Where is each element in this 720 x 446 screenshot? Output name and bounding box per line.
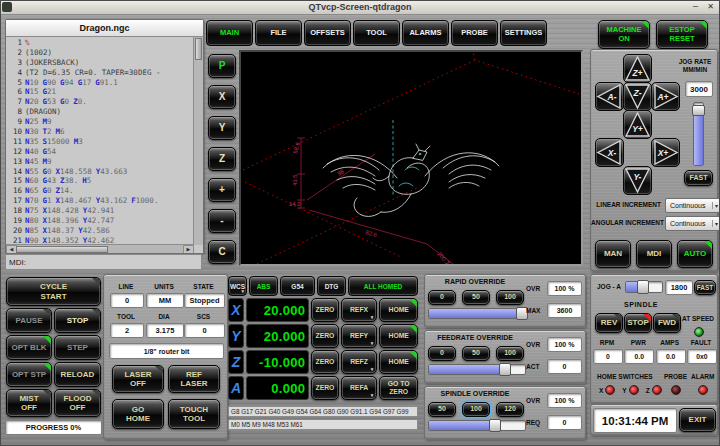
spindle-rev-button[interactable]: REV (595, 313, 623, 333)
flood-button[interactable]: FLOOD OFF (54, 389, 101, 417)
jog-z-minus-button[interactable]: Z- (623, 82, 652, 111)
estop-reset-button[interactable]: ESTOP RESET (656, 20, 708, 49)
ref-x-button[interactable]: REFX▾ (341, 298, 378, 322)
override-slider[interactable] (428, 308, 526, 319)
override-preset-50[interactable]: 50 (462, 290, 490, 305)
override-preset-0[interactable]: 0 (428, 346, 456, 361)
jog-y-plus-button[interactable]: Y+ (623, 110, 652, 139)
stop-button[interactable]: STOP (54, 308, 101, 333)
g54-button[interactable]: G54 (280, 276, 315, 296)
mode-auto-button[interactable]: AUTO (677, 240, 713, 268)
override-preset-100[interactable]: 100 (496, 346, 524, 361)
override-slider[interactable] (428, 420, 526, 431)
jog-a-minus-button[interactable]: A- (595, 82, 624, 111)
jog-rate-value[interactable]: 3000 (685, 81, 713, 97)
view-button-y[interactable]: Y (208, 116, 236, 140)
jog-a-plus-button[interactable]: A+ (651, 82, 680, 111)
spindle-fwd-button[interactable]: FWD (653, 313, 681, 333)
ref-y-button[interactable]: REFY▾ (341, 324, 378, 348)
home-x-button[interactable]: HOME (379, 298, 418, 322)
view-button--[interactable]: - (208, 209, 236, 233)
tab-alarms[interactable]: ALARMS (402, 20, 449, 46)
cycle-start-button[interactable]: CYCLE START (6, 277, 101, 306)
gcode-graphics-preview[interactable]: 58.6 43.5 14.0 98 82.6 200.7 (239, 50, 583, 266)
jog-fast-button[interactable]: FAST (684, 170, 713, 186)
machine-on-button[interactable]: MACHINE ON (598, 20, 650, 49)
jog-y-minus-button[interactable]: Y- (623, 166, 652, 195)
minimize-icon[interactable]: – (693, 0, 698, 13)
override-preset-100[interactable]: 100 (496, 290, 524, 305)
jog-a-slider[interactable] (625, 281, 663, 293)
tab-settings[interactable]: SETTINGS (500, 20, 547, 46)
home-y-button[interactable]: HOME (379, 324, 418, 348)
ref-a-button[interactable]: REFA▾ (341, 376, 378, 400)
view-button-p[interactable]: P (208, 54, 236, 78)
close-icon[interactable]: ✕ (707, 0, 714, 13)
optional-stop-button[interactable]: OPT STP (6, 362, 52, 387)
wcs-button[interactable]: WCS ▾ (228, 276, 247, 296)
override-preset-120[interactable]: 120 (496, 402, 524, 417)
zero-a-button[interactable]: ZERO (311, 376, 338, 400)
jog-z-plus-button[interactable]: Z+ (623, 54, 652, 83)
touch-tool-button[interactable]: TOUCH TOOL (168, 399, 220, 429)
tab-offsets[interactable]: OFFSETS (304, 20, 351, 46)
tab-tool[interactable]: TOOL (353, 20, 400, 46)
override-preset-50[interactable]: 50 (462, 346, 490, 361)
override-preset-50[interactable]: 50 (428, 402, 456, 417)
angular-increment-select[interactable]: Continuous ▾ (665, 216, 720, 231)
ref-z-button[interactable]: REFZ▾ (341, 350, 378, 374)
vertical-scrollbar[interactable] (193, 37, 203, 245)
mist-button[interactable]: MIST OFF (6, 389, 52, 417)
dimension-labels: 58.6 43.5 14.0 98 82.6 200.7 (289, 141, 451, 264)
override-preset-0[interactable]: 0 (428, 290, 456, 305)
slider-handle[interactable] (692, 105, 705, 116)
home-a-button[interactable]: GO TO ZERO (379, 376, 418, 400)
pause-button[interactable]: PAUSE (6, 308, 52, 333)
jog-x-plus-button[interactable]: X+ (651, 138, 680, 167)
dro-header: WCS ▾ ABS G54 DTG ALL HOMED (228, 276, 418, 296)
jog-speed-slider[interactable] (693, 102, 704, 166)
tab-probe[interactable]: PROBE (451, 20, 498, 46)
mode-man-button[interactable]: MAN (595, 240, 631, 268)
view-button-c[interactable]: C (208, 240, 236, 264)
exit-button[interactable]: EXIT (679, 408, 716, 432)
linear-increment-select[interactable]: Continuous ▾ (665, 198, 720, 213)
reload-button[interactable]: RELOAD (54, 362, 101, 387)
jog-x-minus-button[interactable]: X- (595, 138, 624, 167)
scroll-right-icon[interactable]: ▶ (183, 245, 194, 253)
zero-x-button[interactable]: ZERO (311, 298, 338, 322)
jog-a-rate-value[interactable]: 1800 (665, 280, 693, 295)
home-switch-y-led (629, 385, 639, 395)
view-button-x[interactable]: X (208, 85, 236, 109)
laser-button[interactable]: LASER OFF (112, 365, 164, 393)
ovr-label: OVR (526, 285, 540, 292)
horizontal-scrollbar[interactable]: ◀ ▶ (6, 244, 194, 253)
scrollbar-thumb[interactable] (16, 246, 108, 253)
dtg-button[interactable]: DTG (317, 276, 346, 296)
zero-z-button[interactable]: ZERO (311, 350, 338, 374)
step-button[interactable]: STEP (54, 335, 101, 360)
view-button-+[interactable]: + (208, 178, 236, 202)
optional-block-button[interactable]: OPT BLK (6, 335, 52, 360)
mode-mdi-button[interactable]: MDI (636, 240, 672, 268)
jog-a-fast-button[interactable]: FAST (694, 280, 716, 295)
override-preset-100[interactable]: 100 (462, 402, 490, 417)
home-z-button[interactable]: HOME (379, 350, 418, 374)
tab-file[interactable]: FILE (255, 20, 302, 46)
override-slider[interactable] (428, 364, 526, 375)
ref-laser-button[interactable]: REF LASER (168, 365, 220, 393)
slider-handle[interactable] (489, 419, 501, 432)
mdi-input[interactable]: MDI: (5, 254, 202, 270)
gcode-viewer[interactable]: 1%2(1002)3(JOKERSBACK)4(T2 D=6.35 CR=0. … (6, 37, 203, 253)
go-home-button[interactable]: GO HOME (112, 399, 164, 429)
zero-y-button[interactable]: ZERO (311, 324, 338, 348)
chevron-down-icon: ▾ (712, 220, 718, 227)
view-button-z[interactable]: Z (208, 147, 236, 171)
scrollbar-thumb[interactable] (195, 38, 202, 60)
spindle-title: SPINDLE (591, 301, 691, 308)
tab-main[interactable]: MAIN (206, 20, 253, 46)
slider-handle[interactable] (499, 363, 511, 376)
spindle-stop-button[interactable]: STOP (624, 313, 652, 333)
abs-button[interactable]: ABS (249, 276, 278, 296)
slider-handle[interactable] (637, 280, 649, 294)
